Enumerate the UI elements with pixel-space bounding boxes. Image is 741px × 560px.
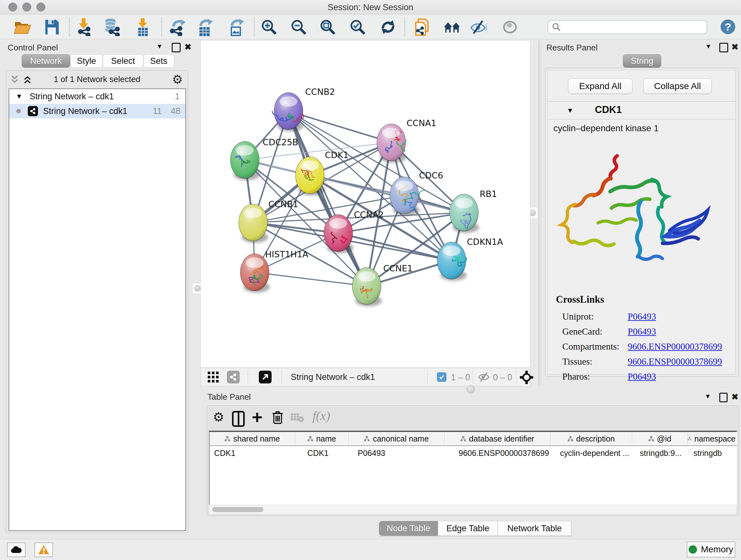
svg-text:CCNB1: CCNB1 bbox=[268, 199, 298, 209]
column-header-shared-name[interactable]: shared name bbox=[210, 432, 295, 445]
expand-all-button[interactable]: Expand All bbox=[568, 78, 632, 94]
crosslink-compartments-link[interactable]: 9606.ENSP00000378699 bbox=[628, 341, 722, 352]
houses-icon bbox=[443, 20, 461, 34]
help-button[interactable]: ? bbox=[721, 19, 735, 34]
refresh-button[interactable] bbox=[379, 18, 397, 36]
gene-section-header[interactable]: ▼ CDK1 bbox=[548, 102, 735, 119]
search-input[interactable] bbox=[561, 22, 696, 33]
crosslink-uniprot-link[interactable]: P06493 bbox=[628, 311, 656, 322]
network-canvas[interactable]: CCNB2CCNA1CDC25BCDK1CDC6RB1CCNB1CCNA2CDK… bbox=[200, 40, 530, 368]
delete-column-trash-icon[interactable] bbox=[272, 410, 283, 426]
network-view-button[interactable] bbox=[227, 371, 240, 383]
horizontal-scrollbar[interactable] bbox=[209, 505, 736, 514]
network-options-gear-icon[interactable]: ⚙ bbox=[172, 72, 183, 86]
column-header-database-identifier[interactable]: database identifier bbox=[445, 432, 550, 445]
crosslink-tissues-link[interactable]: 9606.ENSP00000378699 bbox=[628, 356, 722, 367]
import-network-from-database-button[interactable] bbox=[103, 18, 121, 36]
tab-network-table[interactable]: Network Table bbox=[498, 521, 571, 536]
control-panel-title: Control Panel bbox=[8, 43, 58, 53]
crosslink-label: Tissues: bbox=[562, 356, 628, 367]
zoom-selected-button[interactable] bbox=[349, 18, 367, 36]
eye-slash-icon bbox=[478, 372, 490, 382]
import-network-button[interactable] bbox=[75, 18, 93, 36]
add-column-plus-icon[interactable]: + bbox=[252, 407, 263, 428]
tab-node-table[interactable]: Node Table bbox=[379, 521, 438, 536]
panel-float-icon[interactable] bbox=[719, 43, 728, 52]
tab-select[interactable]: Select bbox=[103, 54, 143, 68]
collapse-all-button[interactable]: Collapse All bbox=[643, 78, 712, 94]
table-cell[interactable]: CDK1 bbox=[210, 446, 295, 459]
hidden-items-icon bbox=[478, 372, 490, 383]
column-header-canonical-name[interactable]: canonical name bbox=[349, 432, 445, 445]
share-icon bbox=[229, 373, 237, 381]
export-network-button[interactable] bbox=[169, 18, 187, 36]
save-session-button[interactable] bbox=[43, 18, 61, 36]
tree-collapse-caret-icon[interactable]: ▼ bbox=[16, 92, 23, 101]
function-builder-button[interactable]: f(x) bbox=[313, 408, 330, 423]
panel-menu-caret-icon[interactable]: ▼ bbox=[704, 393, 711, 400]
houses-button[interactable] bbox=[443, 18, 461, 36]
network-collection-row[interactable]: ▼ String Network – cdk1 1 bbox=[9, 89, 185, 104]
crosslink-row: GeneCard: P06493 bbox=[562, 324, 728, 339]
panel-menu-caret-icon[interactable]: ▼ bbox=[705, 43, 712, 50]
export-table-button[interactable] bbox=[196, 18, 214, 36]
duplicate-network-button[interactable] bbox=[413, 18, 431, 36]
table-row[interactable]: CDK1 CDK1 P06493 9606.ENSP00000378699 cy… bbox=[210, 445, 737, 459]
table-cell[interactable]: cyclin-dependent ... bbox=[550, 446, 632, 459]
node-table: shared name name canonical name database… bbox=[209, 431, 737, 505]
column-header-description[interactable]: description bbox=[550, 432, 632, 445]
save-icon bbox=[44, 19, 59, 35]
column-header-namespace[interactable]: namespace bbox=[688, 432, 736, 445]
birdseye-toggle-button[interactable] bbox=[520, 371, 533, 385]
table-cell[interactable]: stringdb:9... bbox=[632, 446, 688, 459]
warnings-button[interactable] bbox=[35, 543, 53, 557]
table-cell[interactable]: P06493 bbox=[349, 446, 445, 459]
table-cell[interactable]: CDK1 bbox=[295, 446, 349, 459]
memory-button[interactable]: Memory bbox=[687, 542, 735, 557]
network-graph[interactable]: CCNB2CCNA1CDC25BCDK1CDC6RB1CCNB1CCNA2CDK… bbox=[201, 41, 530, 368]
detach-view-button[interactable] bbox=[259, 371, 272, 383]
network-view-title: String Network – cdk1 bbox=[291, 372, 375, 382]
hide-selected-button[interactable] bbox=[470, 18, 488, 36]
column-type-icon bbox=[461, 436, 466, 442]
import-table-button[interactable] bbox=[134, 18, 152, 36]
zoom-fit-button[interactable] bbox=[319, 18, 337, 36]
zoom-out-button[interactable] bbox=[290, 18, 308, 36]
panel-close-icon[interactable]: ✖ bbox=[731, 392, 738, 402]
show-eye-button[interactable] bbox=[501, 18, 519, 36]
search-field[interactable] bbox=[548, 20, 707, 34]
zoom-in-button[interactable] bbox=[260, 18, 278, 36]
string-results-container: Expand All Collapse All ▼ CDK1 cyclin–de… bbox=[545, 68, 738, 377]
panel-menu-caret-icon[interactable]: ▼ bbox=[156, 43, 163, 50]
panel-close-icon[interactable]: ✖ bbox=[185, 42, 192, 52]
panel-float-icon[interactable] bbox=[172, 43, 181, 52]
scrollbar-thumb[interactable] bbox=[212, 507, 263, 512]
column-type-icon bbox=[364, 436, 369, 442]
crosslink-genecard-link[interactable]: P06493 bbox=[628, 326, 656, 337]
tab-sets[interactable]: Sets bbox=[143, 54, 174, 68]
table-cell[interactable]: stringdb bbox=[688, 446, 736, 459]
crosslink-pharos-link[interactable]: P06493 bbox=[628, 371, 656, 382]
string-results-box: Expand All Collapse All ▼ CDK1 cyclin–de… bbox=[547, 70, 736, 374]
column-header-name[interactable]: name bbox=[295, 432, 349, 445]
tab-edge-table[interactable]: Edge Table bbox=[438, 521, 498, 536]
selected-checkbox-icon[interactable] bbox=[437, 372, 447, 382]
section-collapse-caret-icon[interactable]: ▼ bbox=[567, 107, 574, 114]
cloud-status-button[interactable] bbox=[7, 543, 25, 557]
tab-network[interactable]: Network bbox=[22, 54, 70, 68]
table-cell[interactable]: 9606.ENSP00000378699 bbox=[445, 446, 550, 459]
database-icon bbox=[103, 18, 121, 36]
network-row[interactable]: String Network – cdk1 11 48 bbox=[9, 104, 185, 118]
table-options-gear-icon[interactable]: ⚙ bbox=[213, 410, 224, 424]
toolbar-separator bbox=[427, 370, 428, 384]
grid-view-button[interactable] bbox=[208, 372, 219, 384]
open-file-button[interactable] bbox=[14, 18, 31, 36]
tab-string[interactable]: String bbox=[623, 54, 661, 68]
tab-style[interactable]: Style bbox=[70, 54, 103, 68]
panel-close-icon[interactable]: ✖ bbox=[731, 42, 738, 52]
export-image-button[interactable] bbox=[227, 18, 246, 36]
column-header-id[interactable]: @id bbox=[632, 432, 688, 445]
gene-symbol: CDK1 bbox=[595, 104, 622, 116]
show-columns-icon[interactable] bbox=[232, 411, 245, 427]
panel-float-icon[interactable] bbox=[719, 393, 728, 402]
